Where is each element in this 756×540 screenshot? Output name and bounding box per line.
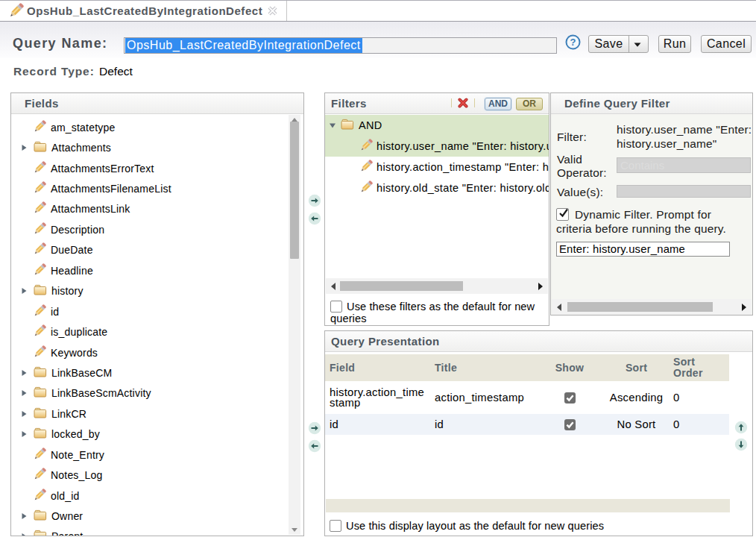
svg-text:?: ? [570, 37, 576, 48]
